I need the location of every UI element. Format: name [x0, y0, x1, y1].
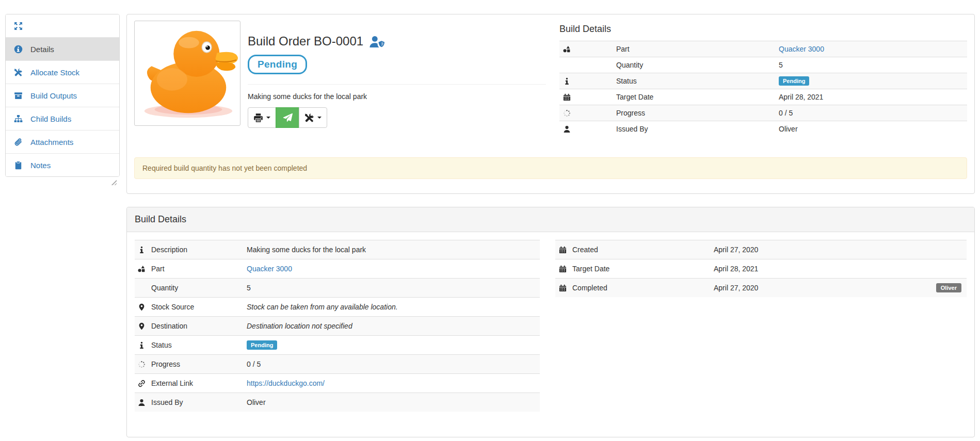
row-value: Making some ducks for the local park — [247, 246, 540, 254]
link-icon — [138, 380, 151, 387]
tools-icon — [304, 113, 314, 123]
expand-arrows-icon — [14, 22, 23, 30]
user-icon — [563, 125, 616, 133]
caret-down-icon — [317, 117, 322, 119]
sidebar-menu: Details Allocate Stock Build Outputs Chi… — [5, 14, 120, 177]
shapes-icon — [563, 45, 616, 53]
row-value: April 27, 2020 — [714, 284, 936, 292]
table-row: Status Pending — [135, 335, 540, 354]
build-details-panel: Build Details Description Making some du… — [126, 207, 975, 437]
row-label: Created — [572, 246, 714, 254]
table-row: Description Making some ducks for the lo… — [135, 240, 540, 259]
sidebar-item-child-builds[interactable]: Child Builds — [6, 107, 119, 130]
table-row: Issued By Oliver — [135, 393, 540, 412]
status-badge: Pending — [247, 340, 277, 350]
row-value: 0 / 5 — [247, 360, 540, 368]
sitemap-icon — [14, 115, 23, 123]
map-marker-icon — [138, 322, 151, 330]
row-value: Oliver — [779, 125, 967, 133]
sidebar-resize-handle[interactable] — [111, 179, 117, 185]
spinner-icon — [138, 361, 151, 368]
action-button-group — [248, 107, 546, 128]
panel-heading: Build Details — [127, 207, 974, 232]
table-row: Part Quacker 3000 — [135, 259, 540, 278]
info-icon — [138, 246, 151, 254]
sidebar-item-allocate-stock[interactable]: Allocate Stock — [6, 60, 119, 84]
details-table-right: Created April 27, 2020 Target Date April… — [555, 240, 967, 297]
build-header: Build Order BO-0001 Pending Making some … — [248, 21, 546, 128]
user-icon — [138, 399, 151, 406]
shapes-icon — [138, 265, 151, 273]
info-circle-icon — [14, 45, 23, 54]
row-label: Description — [151, 246, 247, 254]
caret-down-icon — [266, 117, 270, 119]
summary-table: Part Quacker 3000 Quantity 5 Status Pend… — [559, 41, 967, 137]
row-label: Destination — [151, 322, 247, 330]
row-label: Progress — [151, 360, 247, 368]
row-value: Stock can be taken from any available lo… — [247, 303, 540, 311]
row-label: Status — [616, 77, 779, 85]
row-label: Completed — [572, 284, 714, 292]
info-icon — [563, 77, 616, 85]
row-label: Target Date — [616, 93, 779, 101]
sidebar-item-label: Build Outputs — [30, 91, 77, 100]
status-badge: Pending — [779, 76, 809, 86]
row-label: Status — [151, 341, 247, 349]
printer-icon — [253, 113, 263, 123]
external-link[interactable]: https://duckduckgo.com/ — [247, 379, 325, 387]
table-row: Destination Destination location not spe… — [135, 316, 540, 335]
row-label: Progress — [616, 109, 779, 117]
table-row: Target Date April 28, 2021 — [559, 89, 967, 105]
build-actions-button[interactable] — [299, 107, 327, 128]
table-row: Progress 0 / 5 — [559, 105, 967, 121]
row-label: External Link — [151, 379, 247, 387]
build-description: Making some ducks for the local park — [248, 92, 546, 101]
table-row: Issued By Oliver — [559, 121, 967, 137]
spinner-icon — [563, 109, 616, 117]
row-label: Issued By — [616, 125, 779, 133]
sidebar-item-label: Child Builds — [30, 115, 71, 123]
page: Details Allocate Stock Build Outputs Chi… — [0, 0, 980, 437]
row-value: April 28, 2021 — [779, 93, 967, 101]
row-label: Target Date — [572, 265, 714, 273]
table-row: Part Quacker 3000 — [559, 41, 967, 57]
build-header-panel: Build Order BO-0001 Pending Making some … — [126, 14, 975, 194]
sidebar-item-build-outputs[interactable]: Build Outputs — [6, 84, 119, 107]
row-value: April 28, 2021 — [714, 265, 961, 273]
build-summary: Build Details Part Quacker 3000 Quantity… — [559, 21, 967, 137]
row-label: Quantity — [616, 61, 779, 69]
calendar-icon — [563, 93, 616, 101]
table-row: Created April 27, 2020 — [555, 240, 967, 259]
row-value: Destination location not specified — [247, 322, 540, 330]
sidebar: Details Allocate Stock Build Outputs Chi… — [5, 14, 120, 185]
row-label: Stock Source — [151, 303, 247, 311]
send-button[interactable] — [276, 107, 299, 128]
part-link[interactable]: Quacker 3000 — [779, 45, 824, 53]
row-value: 5 — [779, 61, 967, 69]
sidebar-item-label: Attachments — [30, 138, 73, 146]
print-button[interactable] — [248, 107, 276, 128]
paperclip-icon — [14, 138, 23, 146]
table-row: Target Date April 28, 2021 — [555, 259, 967, 278]
paper-plane-icon — [283, 113, 293, 123]
sidebar-item-notes[interactable]: Notes — [6, 153, 119, 176]
info-icon — [138, 341, 151, 349]
sidebar-item-attachments[interactable]: Attachments — [6, 130, 119, 153]
user-shield-icon — [369, 35, 384, 48]
row-value: 5 — [247, 284, 540, 292]
table-row: Stock Source Stock can be taken from any… — [135, 297, 540, 316]
box-icon — [14, 91, 23, 100]
clipboard-icon — [14, 161, 23, 170]
calendar-icon — [559, 265, 572, 273]
part-thumbnail[interactable] — [134, 21, 240, 126]
row-label: Part — [151, 265, 247, 273]
build-order-title: Build Order BO-0001 — [248, 34, 363, 48]
sidebar-expand-button[interactable] — [6, 14, 119, 37]
row-value: Oliver — [247, 398, 540, 406]
calendar-icon — [559, 246, 572, 254]
table-row: Status Pending — [559, 73, 967, 89]
part-link[interactable]: Quacker 3000 — [247, 265, 292, 273]
sidebar-item-details[interactable]: Details — [6, 37, 119, 60]
sidebar-item-label: Allocate Stock — [30, 68, 79, 77]
table-row: Progress 0 / 5 — [135, 354, 540, 373]
